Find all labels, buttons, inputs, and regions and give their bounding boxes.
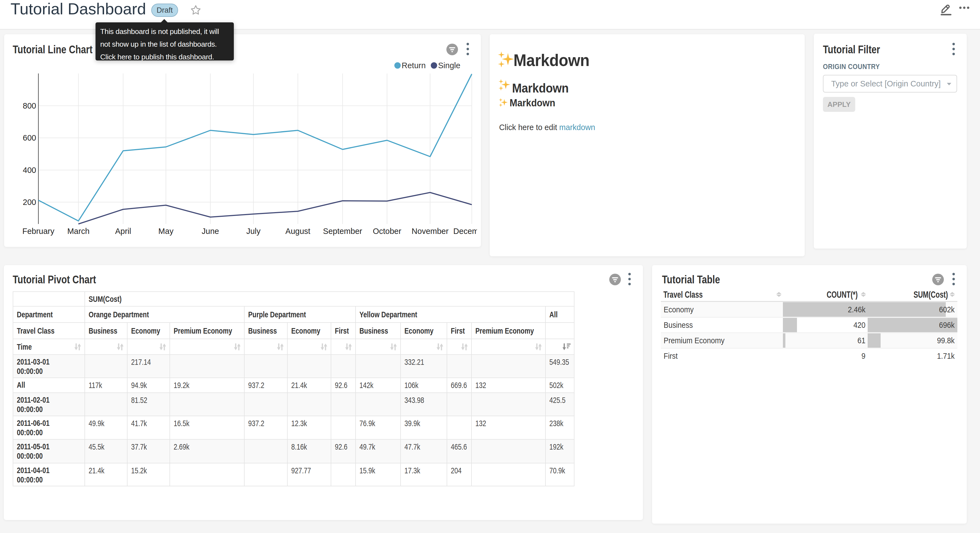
svg-text:July: July xyxy=(246,227,261,236)
svg-text:600: 600 xyxy=(23,133,36,142)
svg-text:October: October xyxy=(373,227,401,236)
svg-text:Return: Return xyxy=(402,61,426,70)
svg-text:December: December xyxy=(453,227,477,236)
svg-text:March: March xyxy=(67,227,90,236)
svg-text:November: November xyxy=(412,227,449,236)
svg-text:200: 200 xyxy=(23,198,36,207)
svg-text:April: April xyxy=(115,227,131,236)
svg-text:Single: Single xyxy=(438,61,460,70)
svg-text:May: May xyxy=(159,227,173,236)
svg-text:June: June xyxy=(202,227,219,236)
svg-text:February: February xyxy=(22,227,55,236)
svg-text:August: August xyxy=(285,227,310,236)
svg-text:September: September xyxy=(323,227,362,236)
svg-text:400: 400 xyxy=(23,166,36,174)
svg-text:800: 800 xyxy=(23,101,36,110)
